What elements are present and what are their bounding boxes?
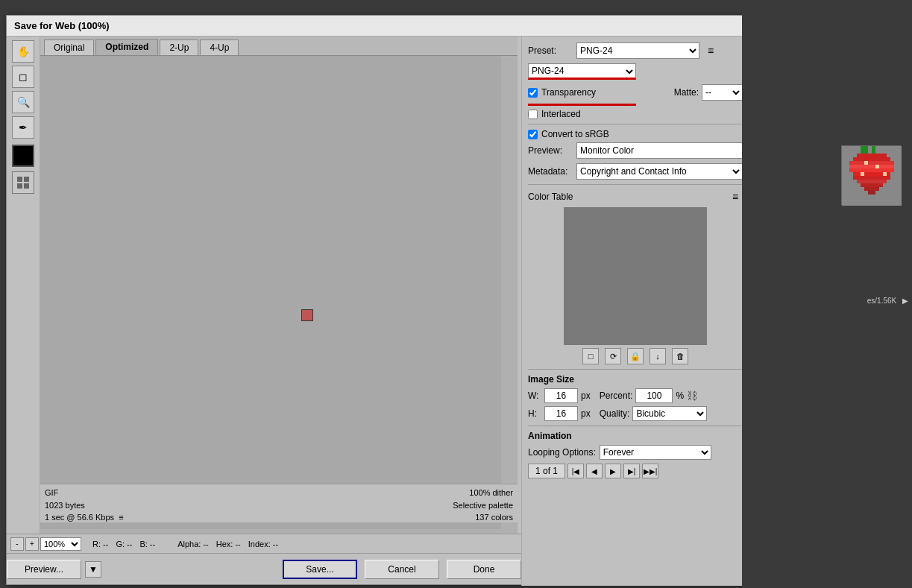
svg-rect-9	[849, 161, 894, 165]
zoom-out-button[interactable]: -	[10, 537, 24, 551]
g-value: --	[127, 540, 132, 549]
hand-tool[interactable]: ✋	[12, 40, 34, 63]
matte-select[interactable]: -- White Black	[702, 84, 743, 101]
tab-optimized[interactable]: Optimized	[95, 39, 158, 55]
zoom-select[interactable]: 100% 50% 200% 400%	[40, 537, 81, 551]
svg-rect-21	[883, 172, 887, 176]
cancel-button[interactable]: Cancel	[365, 560, 439, 579]
preset-row: Preset: PNG-24 GIF 128 Dithered JPEG Hig…	[528, 42, 743, 59]
side-play-button[interactable]: ▶	[902, 297, 908, 305]
metadata-select[interactable]: None Copyright Copyright and Contact Inf…	[576, 163, 743, 180]
percent-label: Percent:	[600, 391, 633, 401]
bottom-controls: - + 100% 50% 200% 400% R: -- G: -- B: --…	[7, 534, 521, 553]
dialog-title: Save for Web (100%)	[7, 16, 747, 37]
right-side-panel: -20 -10 0 10 20 e	[742, 0, 912, 588]
interlaced-checkbox[interactable]	[528, 110, 538, 119]
convert-srgb-checkbox[interactable]	[528, 130, 538, 139]
thumbnail-area	[841, 145, 901, 205]
format-row: PNG-24 GIF JPEG PNG-8 WBMP	[528, 63, 743, 80]
transparency-checkbox[interactable]	[528, 88, 538, 98]
ct-new-icon[interactable]: □	[582, 348, 599, 364]
convert-srgb-row: Convert to sRGB	[528, 129, 743, 139]
image-size-section: Image Size W: px Percent: % ⛓ H: px Qual…	[528, 374, 743, 421]
svg-rect-5	[861, 146, 868, 154]
h-row: H: px Quality: Nearest Neighbor Bilinear…	[528, 406, 743, 421]
tab-2up[interactable]: 2-Up	[160, 39, 198, 55]
percent-symbol: %	[676, 391, 684, 401]
side-info-text: es/1.56K	[867, 297, 896, 305]
ct-lock-icon[interactable]: 🔒	[627, 348, 644, 364]
color-table-icons: □ ⟳ 🔒 ↓ 🗑	[528, 348, 743, 364]
zoom-in-button[interactable]: +	[25, 537, 39, 551]
svg-rect-1	[24, 177, 29, 182]
matte-group: Matte: -- White Black	[674, 84, 743, 101]
coord-info: R: -- G: -- B: -- Alpha: -- Hex: -- Inde…	[92, 540, 278, 549]
index-value: --	[273, 540, 278, 549]
height-input[interactable]	[544, 406, 578, 421]
anim-play-button[interactable]: ▶	[605, 464, 621, 478]
time-text: 1 sec @ 56.6 Kbps	[45, 513, 114, 522]
looping-select[interactable]: Forever Once Other...	[600, 445, 711, 460]
color-table-label: Color Table	[528, 192, 573, 202]
color-options-button[interactable]: ▼	[85, 561, 101, 578]
divider-1	[528, 124, 743, 124]
size-label: 1023 bytes	[45, 499, 124, 512]
w-label: W:	[528, 391, 541, 401]
zoom-tool[interactable]: 🔍	[12, 91, 34, 113]
anim-first-button[interactable]: |◀	[567, 464, 584, 478]
tab-4up[interactable]: 4-Up	[200, 39, 239, 55]
format-select[interactable]: PNG-24 GIF JPEG PNG-8 WBMP	[528, 63, 636, 80]
preview-button[interactable]: Preview...	[7, 560, 81, 579]
preset-label: Preset:	[528, 45, 573, 56]
options-icon[interactable]: ≡	[119, 513, 123, 522]
side-info: es/1.56K ▶	[867, 297, 908, 305]
select-tool[interactable]: ◻	[12, 66, 34, 88]
quality-select[interactable]: Nearest Neighbor Bilinear Bicubic Bicubi…	[632, 406, 707, 421]
divider-2	[528, 184, 743, 185]
image-indicator	[301, 309, 313, 321]
width-input[interactable]	[544, 388, 578, 403]
save-button[interactable]: Save...	[283, 560, 357, 579]
ct-export-icon[interactable]: ↓	[650, 348, 666, 364]
color-swatch[interactable]	[12, 145, 34, 167]
color-table-area: Color Table ≡ □ ⟳ 🔒 ↓ 🗑	[528, 189, 743, 364]
time-label: 1 sec @ 56.6 Kbps ≡	[45, 511, 124, 524]
animation-controls: 1 of 1 |◀ ◀ ▶ ▶| ▶▶|	[528, 464, 743, 478]
interlaced-row: Interlaced	[528, 109, 743, 119]
preset-settings-button[interactable]: ≡	[703, 43, 718, 58]
looping-row: Looping Options: Forever Once Other...	[528, 445, 743, 460]
svg-rect-3	[24, 183, 29, 189]
metadata-row: Metadata: None Copyright Copyright and C…	[528, 163, 743, 180]
svg-rect-18	[864, 161, 868, 165]
frame-display: 1 of 1	[528, 464, 565, 478]
eyedropper-tool[interactable]: ✒	[12, 116, 34, 139]
animation-section: Animation Looping Options: Forever Once …	[528, 431, 743, 478]
canvas-area: Original Optimized 2-Up 4-Up	[40, 37, 518, 543]
alpha-value: --	[203, 540, 208, 549]
preset-select[interactable]: PNG-24 GIF 128 Dithered JPEG High	[576, 42, 699, 59]
animation-title: Animation	[528, 431, 743, 441]
done-button[interactable]: Done	[447, 560, 521, 579]
svg-rect-16	[864, 187, 879, 191]
svg-rect-17	[868, 191, 875, 195]
svg-rect-8	[853, 157, 890, 161]
svg-rect-2	[17, 183, 22, 189]
color-table-canvas	[564, 207, 707, 345]
svg-rect-7	[857, 154, 887, 157]
width-height-row: W: px Percent: % ⛓	[528, 388, 743, 403]
anim-next-button[interactable]: ▶|	[623, 464, 640, 478]
percent-input[interactable]	[635, 388, 673, 403]
link-icon: ⛓	[687, 390, 697, 402]
anim-last-button[interactable]: ▶▶|	[642, 464, 658, 478]
svg-rect-0	[17, 177, 22, 182]
view-toggle[interactable]	[12, 171, 34, 194]
quality-label: Quality:	[600, 408, 630, 419]
anim-prev-button[interactable]: ◀	[586, 464, 603, 478]
tab-original[interactable]: Original	[44, 39, 94, 55]
transparency-label: Transparency	[541, 87, 596, 98]
ct-delete-icon[interactable]: 🗑	[672, 348, 688, 364]
interlaced-label: Interlaced	[541, 109, 581, 119]
ct-refresh-icon[interactable]: ⟳	[605, 348, 621, 364]
color-table-settings-button[interactable]: ≡	[728, 189, 743, 204]
preview-canvas	[40, 56, 501, 529]
